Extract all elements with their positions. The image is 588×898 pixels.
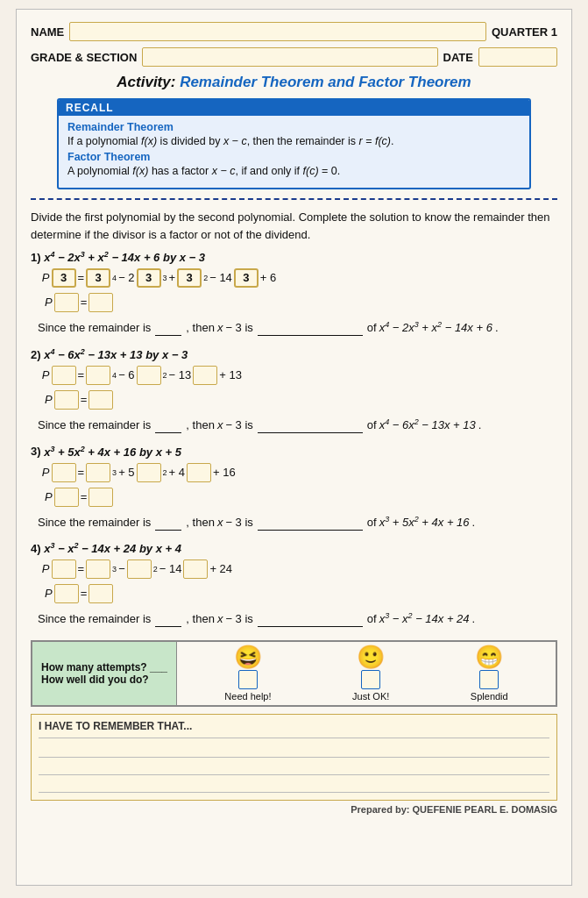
problem-2: 2) x4 − 6x2 − 13x + 13 by x − 3 P = 4 − … [31, 347, 557, 438]
problem-4-since: Since the remainder is , then x − 3 is o… [38, 608, 557, 631]
name-label: NAME [31, 25, 64, 39]
p1-sub-input[interactable]: 3 [52, 268, 76, 288]
dashed-divider [31, 198, 557, 200]
p1-val1-input[interactable]: 3 [86, 268, 110, 288]
instructions: Divide the first polynomial by the secon… [31, 209, 557, 243]
activity-title: Activity: Remainder Theorem and Factor T… [31, 74, 557, 91]
p3-val2-input[interactable] [137, 463, 161, 482]
p1-val3-input[interactable]: 3 [177, 268, 202, 288]
p4-result-val[interactable] [89, 584, 113, 603]
need-help-item: 😆 Need help! [224, 645, 271, 702]
date-label: DATE [443, 51, 473, 64]
attempts-label1: How many attempts? ___ [41, 661, 167, 674]
prepared-by-label: Prepared by: [351, 804, 409, 815]
factor-theorem-text: A polynomial f(x) has a factor x − c, if… [67, 165, 521, 177]
p1-val2-input[interactable]: 3 [137, 268, 161, 288]
problem-3: 3) x3 + 5x2 + 4x + 16 by x + 5 P = 3 + 5… [31, 444, 557, 534]
p4-factor-blank[interactable] [258, 611, 363, 627]
recall-header: RECALL [59, 100, 529, 116]
p3-result-val[interactable] [89, 488, 113, 507]
remainder-theorem-title: Remainder Theorem [67, 121, 521, 133]
p2-remainder-blank[interactable] [155, 417, 181, 433]
laughing-emoji: 😆 [234, 645, 262, 668]
bottom-section: How many attempts? ___ How well did you … [31, 640, 557, 707]
problem-3-result: P = [31, 486, 557, 509]
smile-emoji: 🙂 [357, 645, 385, 668]
prepared-by: Prepared by: QUEFENIE PEARL E. DOMASIG [31, 804, 557, 815]
p1-remainder-blank[interactable] [155, 320, 181, 336]
remember-line-3[interactable] [39, 777, 549, 793]
p3-factor-blank[interactable] [258, 515, 363, 531]
problem-3-line1: P = 3 + 5 2 + 4 + 16 [31, 461, 557, 484]
p3-result-sub[interactable] [54, 488, 79, 507]
problem-1: 1) x4 − 2x3 + x2 − 14x + 6 by x − 3 P 3 … [31, 250, 557, 340]
p3-sub-input[interactable] [52, 463, 76, 482]
remember-line-2[interactable] [39, 759, 549, 775]
emoji-section: 😆 Need help! 🙂 Just OK! 😁 Splendid [177, 642, 556, 705]
prepared-by-name: QUEFENIE PEARL E. DOMASIG [413, 804, 557, 815]
p2-factor-blank[interactable] [258, 417, 363, 433]
splendid-item: 😁 Splendid [471, 645, 508, 702]
problem-2-since: Since the remainder is , then x − 3 is o… [38, 414, 557, 437]
problem-2-line1: P = 4 − 6 2 − 13 + 13 [31, 364, 557, 387]
remember-box: I HAVE TO REMEMBER THAT... [31, 714, 557, 801]
p2-result-val[interactable] [89, 390, 113, 410]
p4-remainder-blank[interactable] [155, 611, 181, 627]
remember-line-1[interactable] [39, 742, 549, 758]
grade-input[interactable] [142, 47, 437, 67]
p1-val4-input[interactable]: 3 [234, 268, 259, 288]
p1-factor-blank[interactable] [258, 320, 363, 336]
problem-3-since: Since the remainder is , then x − 3 is o… [38, 511, 557, 534]
factor-theorem-title: Factor Theorem [67, 151, 521, 163]
problem-4-title: 4) x3 − x2 − 14x + 24 by x + 4 [31, 541, 557, 555]
attempts-box: How many attempts? ___ How well did you … [32, 642, 177, 705]
problem-4-result: P = [31, 582, 557, 605]
just-ok-checkbox[interactable] [361, 670, 380, 689]
p2-val3-input[interactable] [193, 366, 217, 385]
recall-box: RECALL Remainder Theorem If a polynomial… [57, 98, 531, 189]
p4-result-sub[interactable] [54, 584, 79, 603]
problem-3-title: 3) x3 + 5x2 + 4x + 16 by x + 5 [31, 444, 557, 458]
need-help-checkbox[interactable] [238, 670, 258, 689]
name-row: NAME QUARTER 1 [31, 22, 557, 41]
name-input[interactable] [69, 22, 486, 41]
activity-prefix: Activity: [117, 74, 175, 90]
splendid-checkbox[interactable] [479, 670, 499, 689]
need-help-label: Need help! [224, 691, 271, 702]
p4-sub-input[interactable] [52, 559, 76, 579]
p3-remainder-blank[interactable] [155, 515, 181, 531]
worksheet-page: NAME QUARTER 1 GRADE & SECTION DATE Acti… [16, 9, 572, 886]
p2-sub-input[interactable] [52, 366, 76, 385]
quarter-label: QUARTER 1 [492, 25, 557, 39]
just-ok-label: Just OK! [352, 691, 389, 702]
grin-emoji: 😁 [475, 645, 503, 668]
problem-4: 4) x3 − x2 − 14x + 24 by x + 4 P = 3 − 2… [31, 541, 557, 631]
remainder-theorem-text: If a polynomial f(x) is divided by x − c… [67, 135, 521, 147]
p2-val2-input[interactable] [137, 366, 161, 385]
remember-lines [39, 738, 549, 793]
problem-1-since: Since the remainder is , then x − 3 is o… [38, 317, 557, 339]
activity-name: Remainder Theorem and Factor Theorem [180, 74, 471, 90]
date-input[interactable] [478, 47, 557, 67]
problem-2-title: 2) x4 − 6x2 − 13x + 13 by x − 3 [31, 347, 557, 361]
just-ok-item: 🙂 Just OK! [352, 645, 389, 702]
p3-val1-input[interactable] [86, 463, 110, 482]
grade-row: GRADE & SECTION DATE [31, 47, 557, 67]
remember-title: I HAVE TO REMEMBER THAT... [39, 720, 549, 732]
grade-label: GRADE & SECTION [31, 51, 137, 64]
p1-result-val[interactable] [89, 293, 113, 312]
problem-4-line1: P = 3 − 2 − 14 + 24 [31, 558, 557, 581]
attempts-label2: How well did you do? [41, 674, 167, 686]
splendid-label: Splendid [471, 691, 508, 702]
p3-val3-input[interactable] [187, 463, 211, 482]
problem-2-result: P = [31, 388, 557, 411]
p4-val3-input[interactable] [183, 559, 208, 579]
p4-val2-input[interactable] [127, 559, 152, 579]
p2-val1-input[interactable] [86, 366, 110, 385]
problem-1-title: 1) x4 − 2x3 + x2 − 14x + 6 by x − 3 [31, 250, 557, 264]
p2-result-sub[interactable] [54, 390, 79, 410]
problem-1-result: P = [31, 291, 557, 314]
p1-result-sub[interactable] [54, 293, 79, 312]
problem-1-line1: P 3 = 3 4 − 2 3 3 + 3 2 − 14 3 + 6 [31, 267, 557, 289]
p4-val1-input[interactable] [86, 559, 110, 579]
